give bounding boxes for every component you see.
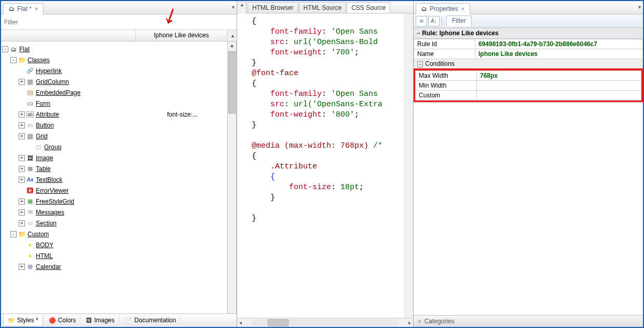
tree-toggle[interactable]: - xyxy=(2,46,8,52)
tree-label[interactable]: Form xyxy=(36,100,50,107)
tree-toggle[interactable]: + xyxy=(19,198,25,205)
bottom-tab-styles[interactable]: 📁Styles * xyxy=(3,315,43,326)
bottom-tab-documentation[interactable]: 📄Documentation xyxy=(120,315,181,326)
tree-label[interactable]: ErrorViewer xyxy=(36,187,68,194)
tree-label[interactable]: Table xyxy=(36,165,51,173)
tree-row[interactable]: ErrorViewer xyxy=(2,185,226,196)
left-scrollbar[interactable]: ▲ xyxy=(227,41,237,313)
tree-row[interactable]: +Attributefont-size:... xyxy=(2,109,226,120)
prop-value[interactable] xyxy=(477,91,641,101)
tree-toggle[interactable]: + xyxy=(19,111,25,118)
bottom-tab-colors[interactable]: 🔴Colors xyxy=(44,315,81,326)
tree-toggle[interactable]: + xyxy=(19,264,25,270)
close-icon[interactable]: × xyxy=(34,6,39,12)
conditions-table[interactable]: Max Width768pxMin WidthCustom xyxy=(415,70,641,101)
tree-row[interactable]: HTML xyxy=(2,250,226,261)
tree-row[interactable]: EmbeddedPage xyxy=(2,87,226,98)
tree-row[interactable]: Hyperlink xyxy=(2,65,226,76)
tree-toggle[interactable]: + xyxy=(19,177,25,183)
column-header-blank[interactable] xyxy=(1,30,136,41)
properties-filter-tab[interactable]: Filter xyxy=(446,16,472,26)
tree-label[interactable]: GridColumn xyxy=(36,78,69,85)
close-icon[interactable]: × xyxy=(460,6,465,12)
tree-label[interactable]: Image xyxy=(36,154,53,162)
editor-hscrollbar[interactable]: ◂ ▸ xyxy=(237,318,413,327)
tree-toggle[interactable]: + xyxy=(19,133,25,139)
tree-label[interactable]: Section xyxy=(36,220,57,227)
tree-label[interactable]: HTML xyxy=(36,252,53,260)
scroll-up-icon[interactable]: ▲ xyxy=(228,41,236,49)
prop-value[interactable]: 768px xyxy=(477,71,641,81)
editor-tab-css-source[interactable]: CSS Source xyxy=(347,2,390,13)
cond-row[interactable]: Max Width768px xyxy=(416,71,641,81)
categories-bar[interactable]: Categories xyxy=(414,315,643,327)
tree-label[interactable]: EmbeddedPage xyxy=(36,89,80,96)
prop-section-conditions[interactable]: Conditions xyxy=(414,59,643,69)
tree-row[interactable]: +FreeStyleGrid xyxy=(2,196,226,207)
tree-row[interactable]: -Custom xyxy=(2,229,226,239)
tree-row[interactable]: +Messages xyxy=(2,207,226,218)
column-header-iphone[interactable]: Iphone Like devices xyxy=(136,30,227,41)
tree-toggle[interactable]: - xyxy=(10,231,17,237)
tree-label[interactable]: Custom xyxy=(28,231,49,238)
tree-label[interactable]: Messages xyxy=(36,209,64,216)
tree-toggle[interactable]: + xyxy=(19,155,25,161)
scroll-left-icon[interactable]: ◂ xyxy=(237,320,244,325)
pane-menu-icon[interactable]: ▾ xyxy=(232,4,235,10)
prop-value[interactable]: Iphone Like devices xyxy=(475,49,643,59)
tree-toggle[interactable]: + xyxy=(19,122,25,129)
prop-row[interactable]: NameIphone Like devices xyxy=(414,49,643,59)
tree-label[interactable]: BODY xyxy=(36,241,53,249)
tree-label[interactable]: Grid xyxy=(36,133,48,140)
tree-row[interactable]: +Button xyxy=(2,120,226,131)
tree-row[interactable]: +Image xyxy=(2,152,226,163)
tree-label[interactable]: FreeStyleGrid xyxy=(36,198,74,205)
prop-value[interactable] xyxy=(477,81,641,91)
tree-toggle[interactable]: + xyxy=(19,220,25,226)
sort-categorized-button[interactable]: ⁝≡ xyxy=(416,16,427,26)
prop-row[interactable]: Rule Id69498193-0fb1-4a79-b730-2b886e604… xyxy=(414,39,643,49)
editor-vscrollbar[interactable] xyxy=(404,13,413,318)
tree-row[interactable]: +Grid xyxy=(2,131,226,141)
css-source-editor[interactable]: { font-family: 'Open Sans src: url('Open… xyxy=(237,13,413,318)
cond-row[interactable]: Min Width xyxy=(416,81,641,91)
tree-toggle[interactable]: + xyxy=(19,166,25,172)
tree-row[interactable]: BODY xyxy=(2,239,226,250)
cond-row[interactable]: Custom xyxy=(416,91,641,101)
tree-label[interactable]: Classes xyxy=(28,56,50,64)
scroll-thumb[interactable] xyxy=(228,51,236,113)
tree-label[interactable]: Flat xyxy=(19,46,30,53)
tree-row[interactable]: -Classes xyxy=(2,54,226,65)
tree-label[interactable]: Calendar xyxy=(36,263,61,270)
sort-alpha-button[interactable]: A↓ xyxy=(428,16,440,26)
tree-row[interactable]: +Table xyxy=(2,163,226,174)
style-tree[interactable]: -Flat-ClassesHyperlink+GridColumnEmbedde… xyxy=(1,41,227,313)
tree-row[interactable]: +Section xyxy=(2,218,226,229)
pane-menu-icon[interactable]: ▾ xyxy=(638,4,641,10)
editor-tab-html-browser[interactable]: HTML Browser xyxy=(248,2,298,13)
bottom-tab-images[interactable]: 🖼Images xyxy=(81,315,119,326)
tree-label[interactable]: TextBlock xyxy=(36,176,62,183)
tree-label[interactable]: Attribute xyxy=(36,111,59,118)
tree-label[interactable]: Button xyxy=(36,122,54,129)
scroll-right-icon[interactable]: ▸ xyxy=(406,320,413,325)
tab-flat[interactable]: Flat * × xyxy=(3,3,44,15)
middle-left-scroll[interactable]: ◂ xyxy=(237,1,246,13)
editor-tab-html-source[interactable]: HTML Source xyxy=(299,2,347,13)
tree-row[interactable]: +GridColumn xyxy=(2,76,226,87)
hscroll-thumb[interactable] xyxy=(268,319,289,326)
tree-label[interactable]: Group xyxy=(44,144,61,151)
filter-input[interactable] xyxy=(4,18,234,27)
tree-row[interactable]: Group xyxy=(2,141,226,152)
tree-row[interactable]: -Flat xyxy=(2,44,226,54)
tree-toggle[interactable]: + xyxy=(19,209,25,216)
tree-row[interactable]: +TextBlock xyxy=(2,174,226,185)
tree-row[interactable]: Form xyxy=(2,98,226,109)
properties-table[interactable]: Rule Id69498193-0fb1-4a79-b730-2b886e604… xyxy=(414,39,643,69)
tree-toggle[interactable]: + xyxy=(19,79,25,85)
tree-label[interactable]: Hyperlink xyxy=(36,67,62,75)
tab-properties[interactable]: 🗂 Properties × xyxy=(416,3,470,15)
tree-row[interactable]: +Calendar xyxy=(2,261,226,272)
prop-value[interactable]: 69498193-0fb1-4a79-b730-2b886e6046c7 xyxy=(475,39,643,49)
tree-toggle[interactable]: - xyxy=(10,57,17,63)
